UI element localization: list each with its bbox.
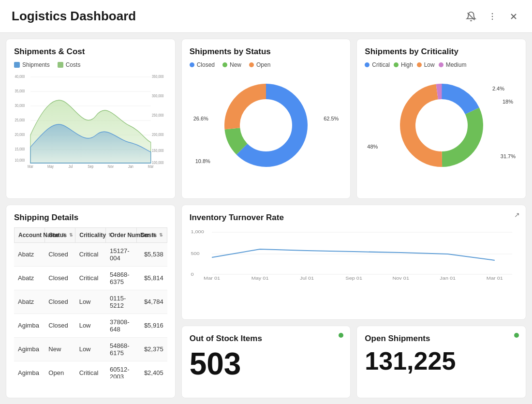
svg-text:Mar: Mar xyxy=(148,164,154,169)
cell-account: Abatz xyxy=(14,267,44,290)
cell-criticality: Low xyxy=(75,314,106,338)
cell-costs: $5,814 xyxy=(136,267,167,290)
sort-status[interactable]: ⇅ xyxy=(69,233,73,238)
cell-criticality: Low xyxy=(75,290,106,314)
criticality-donut-chart: 18% 31.7% 48% 2.4% xyxy=(365,72,518,179)
cell-costs: $4,784 xyxy=(136,290,167,314)
svg-text:150,000: 150,000 xyxy=(152,148,164,153)
col-costs: Costs⇅ xyxy=(136,227,167,242)
closed-dot xyxy=(190,62,194,67)
inventory-turnover-card: Inventory Turnover Rate ↗ 1,000 500 0 xyxy=(181,205,526,320)
shipping-details-card: Shipping Details Account Name⇅ Status⇅ xyxy=(6,205,176,399)
shipments-legend-label: Shipments xyxy=(22,61,50,68)
cell-status: Closed xyxy=(44,290,75,314)
high-label: High xyxy=(401,61,413,68)
crit-label-48: 48% xyxy=(367,144,378,150)
table-row: Agimba Closed Low 37808-648 $5,916 xyxy=(14,314,167,338)
critical-label: Critical xyxy=(372,61,390,68)
cell-criticality: Critical xyxy=(75,243,106,267)
out-of-stock-title: Out of Stock Items xyxy=(190,334,343,344)
svg-text:25,000: 25,000 xyxy=(15,118,25,122)
legend-new: New xyxy=(222,61,241,68)
cell-account: Agimba xyxy=(14,314,44,338)
col-status: Status⇅ xyxy=(45,227,75,242)
svg-text:15,000: 15,000 xyxy=(15,147,25,151)
svg-text:1,000: 1,000 xyxy=(191,229,204,234)
kpi-row: Out of Stock Items 503 Open Shipments 13… xyxy=(181,326,526,398)
svg-text:Mar 01: Mar 01 xyxy=(486,275,502,280)
col-order: Order Number⇅ xyxy=(106,227,136,242)
cell-costs: $2,375 xyxy=(136,338,167,361)
app-container: Logistics Dashboard xyxy=(0,0,532,404)
svg-point-1 xyxy=(492,13,493,14)
page-title: Logistics Dashboard xyxy=(12,9,136,24)
open-shipments-value: 131,225 xyxy=(365,348,518,374)
shipments-status-card: Shipments by Status Closed New Open xyxy=(181,39,351,199)
medium-label: Medium xyxy=(446,61,467,68)
svg-point-36 xyxy=(247,106,285,145)
status-label-closed: 62.5% xyxy=(324,116,339,121)
shipping-details-title: Shipping Details xyxy=(14,213,167,223)
svg-text:May 01: May 01 xyxy=(251,275,268,280)
cell-account: Agimba xyxy=(14,338,44,361)
svg-text:Nov 01: Nov 01 xyxy=(392,275,409,280)
svg-text:Jul: Jul xyxy=(69,164,73,169)
notification-icon[interactable] xyxy=(464,10,478,23)
more-icon[interactable] xyxy=(486,10,499,23)
cell-costs: $2,405 xyxy=(136,361,167,378)
cell-order: 54868-6175 xyxy=(106,338,136,361)
open-label: Open xyxy=(256,61,270,68)
crit-label-24: 2.4% xyxy=(492,86,504,91)
cell-criticality: Critical xyxy=(75,267,106,290)
shipments-status-title: Shipments by Status xyxy=(190,47,343,57)
legend-shipments: Shipments xyxy=(14,61,50,68)
svg-text:30,000: 30,000 xyxy=(15,103,25,108)
crit-label-317: 31.7% xyxy=(501,153,516,159)
cell-status: Closed xyxy=(44,314,75,338)
sort-costs[interactable]: ⇅ xyxy=(159,233,163,238)
svg-text:10,000: 10,000 xyxy=(15,158,25,163)
criticality-legend: Critical High Low Medium xyxy=(365,61,518,68)
cell-order: 37808-648 xyxy=(106,314,136,338)
svg-text:Mar 01: Mar 01 xyxy=(204,275,220,280)
low-dot xyxy=(417,62,422,67)
costs-legend-color xyxy=(58,62,63,68)
status-label-new: 10.8% xyxy=(195,158,210,164)
shipments-cost-card: Shipments & Cost Shipments Costs 40,000 … xyxy=(6,39,176,199)
header: Logistics Dashboard xyxy=(0,0,532,33)
open-dot xyxy=(249,62,254,67)
close-icon[interactable] xyxy=(507,10,520,23)
col-account: Account Name⇅ xyxy=(15,227,45,242)
svg-text:0: 0 xyxy=(191,271,194,276)
svg-text:Jan 01: Jan 01 xyxy=(440,275,456,280)
cell-status: Closed xyxy=(44,243,75,267)
svg-text:Sep: Sep xyxy=(88,164,94,169)
svg-text:350,000: 350,000 xyxy=(152,74,164,79)
new-label: New xyxy=(230,61,241,68)
cell-order: 15127-004 xyxy=(106,243,136,267)
svg-text:Mar: Mar xyxy=(28,164,33,169)
table-row: Agimba New Low 54868-6175 $2,375 xyxy=(14,338,167,361)
out-of-stock-value: 503 xyxy=(190,348,343,379)
table-row: Abatz Closed Critical 15127-004 $5,538 xyxy=(14,243,167,267)
expand-icon[interactable]: ↗ xyxy=(514,211,520,219)
cell-order: 0115-5212 xyxy=(106,290,136,314)
legend-critical: Critical xyxy=(365,61,390,68)
medium-dot xyxy=(439,62,443,67)
out-of-stock-card: Out of Stock Items 503 xyxy=(181,326,351,398)
svg-text:Jan: Jan xyxy=(128,164,133,169)
svg-text:250,000: 250,000 xyxy=(152,113,164,118)
svg-text:May: May xyxy=(47,164,54,169)
cell-order: 60512-2003 xyxy=(106,361,136,378)
svg-text:35,000: 35,000 xyxy=(15,89,25,93)
table-row: Agimba Open Critical 60512-2003 $2,405 xyxy=(14,361,167,378)
svg-text:Jul 01: Jul 01 xyxy=(300,275,314,280)
high-dot xyxy=(394,62,399,67)
legend-high: High xyxy=(394,61,413,68)
new-dot xyxy=(222,62,227,67)
main-content: Shipments & Cost Shipments Costs 40,000 … xyxy=(0,33,532,404)
crit-label-18: 18% xyxy=(502,99,513,105)
area-chart: 40,000 35,000 30,000 25,000 20,000 15,00… xyxy=(14,72,167,169)
costs-legend-label: Costs xyxy=(66,61,81,68)
open-shipments-dot xyxy=(514,333,519,338)
